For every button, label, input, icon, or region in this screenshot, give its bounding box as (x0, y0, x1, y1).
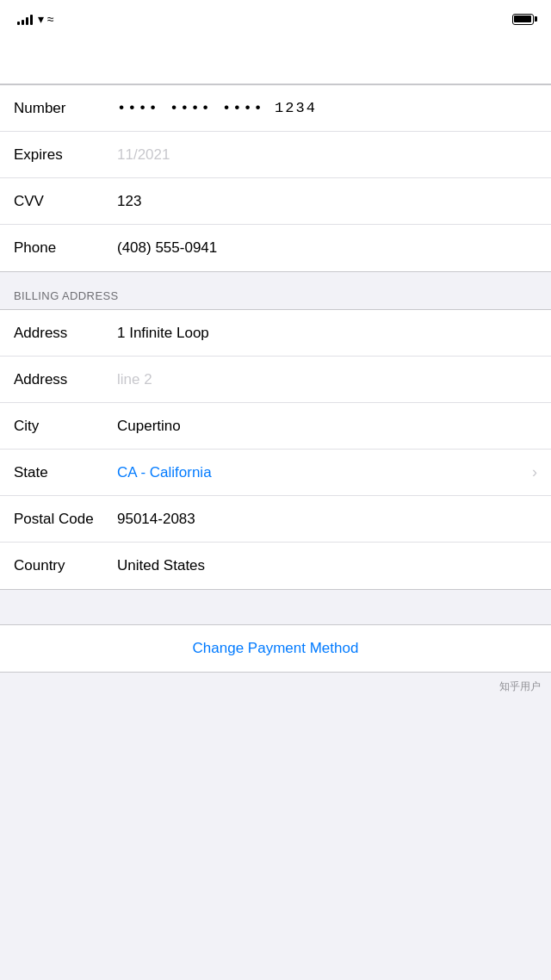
signal-bars-icon (17, 13, 33, 25)
row-label: State (14, 464, 117, 481)
billing-row-1[interactable]: Addressline 2 (0, 357, 551, 403)
billing-fields-section: Address1 Infinite LoopAddressline 2CityC… (0, 309, 551, 590)
status-left: ▾ ≈ (17, 12, 54, 26)
row-label: Phone (14, 239, 117, 257)
status-right (507, 14, 534, 25)
change-payment-button[interactable]: Change Payment Method (0, 625, 551, 672)
row-label: Address (14, 325, 117, 342)
row-label: CVV (14, 193, 117, 210)
nav-bar (0, 38, 551, 84)
chevron-right-icon: › (532, 463, 537, 481)
billing-row-4[interactable]: Postal Code95014-2083 (0, 496, 551, 543)
battery-body (512, 14, 534, 25)
row-value: 95014-2083 (117, 511, 537, 528)
battery-fill (514, 16, 531, 22)
row-label: Address (14, 371, 117, 388)
bottom-gap (0, 590, 551, 624)
billing-row-3[interactable]: StateCA - California› (0, 450, 551, 496)
row-label: Country (14, 557, 117, 574)
status-bar: ▾ ≈ (0, 0, 551, 38)
row-value: 1 Infinite Loop (117, 325, 537, 342)
row-label: Expires (14, 146, 117, 164)
bar3 (26, 17, 28, 25)
payment-row-2[interactable]: CVV123 (0, 178, 551, 225)
bar4 (30, 15, 33, 25)
bar2 (22, 20, 24, 25)
payment-row-0[interactable]: Number•••• •••• •••• 1234 (0, 85, 551, 132)
row-value: (408) 555-0941 (117, 239, 537, 257)
attribution: 知乎用户 (0, 673, 551, 701)
change-payment-section: Change Payment Method (0, 624, 551, 673)
row-value: line 2 (117, 371, 537, 388)
battery-icon (512, 14, 534, 25)
billing-row-5[interactable]: CountryUnited States (0, 543, 551, 589)
row-value: CA - California (117, 464, 525, 481)
payment-fields-section: Number•••• •••• •••• 1234Expires11/2021C… (0, 84, 551, 272)
row-value: United States (117, 557, 537, 574)
billing-section-header: BILLING ADDRESS (0, 272, 551, 309)
payment-row-1[interactable]: Expires11/2021 (0, 132, 551, 178)
wifi-icon: ▾ ≈ (38, 12, 54, 26)
row-value: Cupertino (117, 418, 537, 435)
row-value: 11/2021 (117, 146, 537, 164)
payment-row-3[interactable]: Phone(408) 555-0941 (0, 225, 551, 271)
row-label: Number (14, 100, 117, 117)
row-label: Postal Code (14, 511, 117, 528)
billing-row-0[interactable]: Address1 Infinite Loop (0, 310, 551, 357)
row-value: 123 (117, 193, 537, 210)
billing-row-2[interactable]: CityCupertino (0, 403, 551, 450)
row-value: •••• •••• •••• 1234 (117, 100, 537, 116)
row-label: City (14, 418, 117, 435)
bar1 (17, 22, 20, 25)
